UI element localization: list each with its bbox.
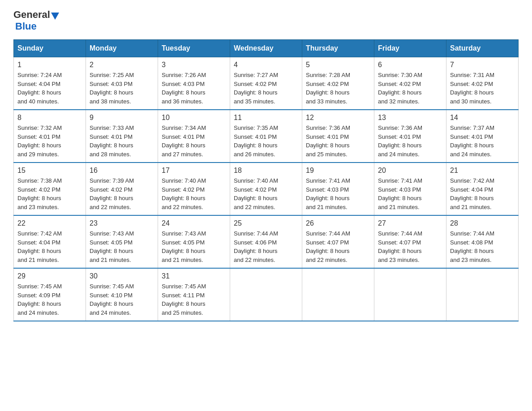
day-number: 5 bbox=[306, 61, 370, 69]
calendar-day-cell: 22Sunrise: 7:42 AMSunset: 4:04 PMDayligh… bbox=[14, 215, 86, 268]
day-info: Sunrise: 7:36 AMSunset: 4:01 PMDaylight:… bbox=[306, 124, 370, 158]
calendar-day-cell: 29Sunrise: 7:45 AMSunset: 4:09 PMDayligh… bbox=[14, 268, 86, 321]
calendar-day-cell: 31Sunrise: 7:45 AMSunset: 4:11 PMDayligh… bbox=[158, 268, 230, 321]
calendar-day-cell bbox=[230, 268, 302, 321]
day-number: 16 bbox=[90, 167, 154, 175]
calendar-day-cell: 11Sunrise: 7:35 AMSunset: 4:01 PMDayligh… bbox=[230, 110, 302, 163]
day-number: 9 bbox=[90, 114, 154, 122]
day-number: 14 bbox=[450, 114, 515, 122]
day-info: Sunrise: 7:43 AMSunset: 4:05 PMDaylight:… bbox=[90, 229, 154, 264]
calendar-day-cell: 17Sunrise: 7:40 AMSunset: 4:02 PMDayligh… bbox=[158, 163, 230, 215]
day-info: Sunrise: 7:41 AMSunset: 4:03 PMDaylight:… bbox=[306, 176, 370, 211]
header-thursday: Thursday bbox=[302, 40, 374, 57]
calendar-day-cell: 9Sunrise: 7:33 AMSunset: 4:01 PMDaylight… bbox=[86, 110, 158, 163]
day-number: 26 bbox=[306, 219, 370, 227]
calendar-day-cell: 14Sunrise: 7:37 AMSunset: 4:01 PMDayligh… bbox=[446, 110, 519, 163]
day-number: 25 bbox=[234, 219, 298, 227]
day-info: Sunrise: 7:45 AMSunset: 4:11 PMDaylight:… bbox=[162, 282, 226, 317]
day-info: Sunrise: 7:36 AMSunset: 4:01 PMDaylight:… bbox=[378, 124, 442, 158]
calendar-day-cell: 26Sunrise: 7:44 AMSunset: 4:07 PMDayligh… bbox=[302, 215, 374, 268]
day-info: Sunrise: 7:32 AMSunset: 4:01 PMDaylight:… bbox=[17, 124, 82, 158]
calendar-day-cell: 16Sunrise: 7:39 AMSunset: 4:02 PMDayligh… bbox=[86, 163, 158, 215]
day-number: 1 bbox=[17, 61, 82, 69]
day-number: 3 bbox=[162, 61, 226, 69]
day-info: Sunrise: 7:30 AMSunset: 4:02 PMDaylight:… bbox=[378, 71, 442, 106]
day-info: Sunrise: 7:31 AMSunset: 4:02 PMDaylight:… bbox=[450, 71, 515, 106]
day-info: Sunrise: 7:44 AMSunset: 4:08 PMDaylight:… bbox=[450, 229, 515, 264]
day-number: 7 bbox=[450, 61, 515, 69]
header-wednesday: Wednesday bbox=[230, 40, 302, 57]
day-info: Sunrise: 7:42 AMSunset: 4:04 PMDaylight:… bbox=[450, 176, 515, 211]
day-info: Sunrise: 7:40 AMSunset: 4:02 PMDaylight:… bbox=[162, 176, 226, 211]
header-friday: Friday bbox=[374, 40, 446, 57]
calendar-day-cell: 24Sunrise: 7:43 AMSunset: 4:05 PMDayligh… bbox=[158, 215, 230, 268]
calendar-day-cell: 23Sunrise: 7:43 AMSunset: 4:05 PMDayligh… bbox=[86, 215, 158, 268]
day-info: Sunrise: 7:28 AMSunset: 4:02 PMDaylight:… bbox=[306, 71, 370, 106]
day-number: 30 bbox=[90, 272, 154, 280]
day-number: 4 bbox=[234, 61, 298, 69]
day-number: 20 bbox=[378, 167, 442, 175]
day-number: 10 bbox=[162, 114, 226, 122]
calendar-day-cell: 6Sunrise: 7:30 AMSunset: 4:02 PMDaylight… bbox=[374, 57, 446, 110]
day-number: 22 bbox=[17, 219, 82, 227]
calendar-day-cell: 13Sunrise: 7:36 AMSunset: 4:01 PMDayligh… bbox=[374, 110, 446, 163]
day-number: 13 bbox=[378, 114, 442, 122]
day-info: Sunrise: 7:33 AMSunset: 4:01 PMDaylight:… bbox=[90, 124, 154, 158]
calendar-day-cell: 15Sunrise: 7:38 AMSunset: 4:02 PMDayligh… bbox=[14, 163, 86, 215]
calendar-day-cell: 25Sunrise: 7:44 AMSunset: 4:06 PMDayligh… bbox=[230, 215, 302, 268]
day-number: 29 bbox=[17, 272, 82, 280]
calendar-week-row: 29Sunrise: 7:45 AMSunset: 4:09 PMDayligh… bbox=[14, 268, 519, 321]
day-number: 8 bbox=[17, 114, 82, 122]
day-number: 19 bbox=[306, 167, 370, 175]
calendar-day-cell: 5Sunrise: 7:28 AMSunset: 4:02 PMDaylight… bbox=[302, 57, 374, 110]
calendar-day-cell: 12Sunrise: 7:36 AMSunset: 4:01 PMDayligh… bbox=[302, 110, 374, 163]
day-info: Sunrise: 7:37 AMSunset: 4:01 PMDaylight:… bbox=[450, 124, 515, 158]
day-info: Sunrise: 7:35 AMSunset: 4:01 PMDaylight:… bbox=[234, 124, 298, 158]
day-info: Sunrise: 7:24 AMSunset: 4:04 PMDaylight:… bbox=[17, 71, 82, 106]
day-info: Sunrise: 7:45 AMSunset: 4:10 PMDaylight:… bbox=[90, 282, 154, 317]
day-number: 11 bbox=[234, 114, 298, 122]
calendar-body: 1Sunrise: 7:24 AMSunset: 4:04 PMDaylight… bbox=[14, 57, 519, 321]
day-info: Sunrise: 7:34 AMSunset: 4:01 PMDaylight:… bbox=[162, 124, 226, 158]
calendar-day-cell: 7Sunrise: 7:31 AMSunset: 4:02 PMDaylight… bbox=[446, 57, 519, 110]
day-number: 15 bbox=[17, 167, 82, 175]
calendar-day-cell: 8Sunrise: 7:32 AMSunset: 4:01 PMDaylight… bbox=[14, 110, 86, 163]
day-info: Sunrise: 7:44 AMSunset: 4:07 PMDaylight:… bbox=[378, 229, 442, 264]
day-number: 21 bbox=[450, 167, 515, 175]
header-tuesday: Tuesday bbox=[158, 40, 230, 57]
calendar-day-cell: 19Sunrise: 7:41 AMSunset: 4:03 PMDayligh… bbox=[302, 163, 374, 215]
calendar-table: SundayMondayTuesdayWednesdayThursdayFrid… bbox=[13, 39, 519, 321]
day-info: Sunrise: 7:27 AMSunset: 4:02 PMDaylight:… bbox=[234, 71, 298, 106]
day-number: 31 bbox=[162, 272, 226, 280]
calendar-day-cell: 10Sunrise: 7:34 AMSunset: 4:01 PMDayligh… bbox=[158, 110, 230, 163]
day-info: Sunrise: 7:26 AMSunset: 4:03 PMDaylight:… bbox=[162, 71, 226, 106]
day-number: 17 bbox=[162, 167, 226, 175]
day-info: Sunrise: 7:42 AMSunset: 4:04 PMDaylight:… bbox=[17, 229, 82, 264]
calendar-day-cell: 27Sunrise: 7:44 AMSunset: 4:07 PMDayligh… bbox=[374, 215, 446, 268]
calendar-day-cell: 28Sunrise: 7:44 AMSunset: 4:08 PMDayligh… bbox=[446, 215, 519, 268]
calendar-day-cell: 18Sunrise: 7:40 AMSunset: 4:02 PMDayligh… bbox=[230, 163, 302, 215]
logo-triangle-icon bbox=[51, 13, 59, 20]
logo-general-part: General bbox=[13, 9, 50, 21]
day-number: 18 bbox=[234, 167, 298, 175]
day-info: Sunrise: 7:45 AMSunset: 4:09 PMDaylight:… bbox=[17, 282, 82, 317]
day-number: 23 bbox=[90, 219, 154, 227]
day-info: Sunrise: 7:41 AMSunset: 4:03 PMDaylight:… bbox=[378, 176, 442, 211]
day-number: 24 bbox=[162, 219, 226, 227]
day-number: 28 bbox=[450, 219, 515, 227]
day-number: 6 bbox=[378, 61, 442, 69]
calendar-day-cell bbox=[374, 268, 446, 321]
day-number: 12 bbox=[306, 114, 370, 122]
calendar-week-row: 15Sunrise: 7:38 AMSunset: 4:02 PMDayligh… bbox=[14, 163, 519, 215]
day-info: Sunrise: 7:39 AMSunset: 4:02 PMDaylight:… bbox=[90, 176, 154, 211]
calendar-week-row: 8Sunrise: 7:32 AMSunset: 4:01 PMDaylight… bbox=[14, 110, 519, 163]
calendar-day-cell: 21Sunrise: 7:42 AMSunset: 4:04 PMDayligh… bbox=[446, 163, 519, 215]
day-number: 2 bbox=[90, 61, 154, 69]
calendar-day-cell bbox=[446, 268, 519, 321]
day-info: Sunrise: 7:40 AMSunset: 4:02 PMDaylight:… bbox=[234, 176, 298, 211]
calendar-day-cell: 3Sunrise: 7:26 AMSunset: 4:03 PMDaylight… bbox=[158, 57, 230, 110]
calendar-day-cell: 2Sunrise: 7:25 AMSunset: 4:03 PMDaylight… bbox=[86, 57, 158, 110]
calendar-week-row: 1Sunrise: 7:24 AMSunset: 4:04 PMDaylight… bbox=[14, 57, 519, 110]
calendar-day-cell: 30Sunrise: 7:45 AMSunset: 4:10 PMDayligh… bbox=[86, 268, 158, 321]
header-monday: Monday bbox=[86, 40, 158, 57]
